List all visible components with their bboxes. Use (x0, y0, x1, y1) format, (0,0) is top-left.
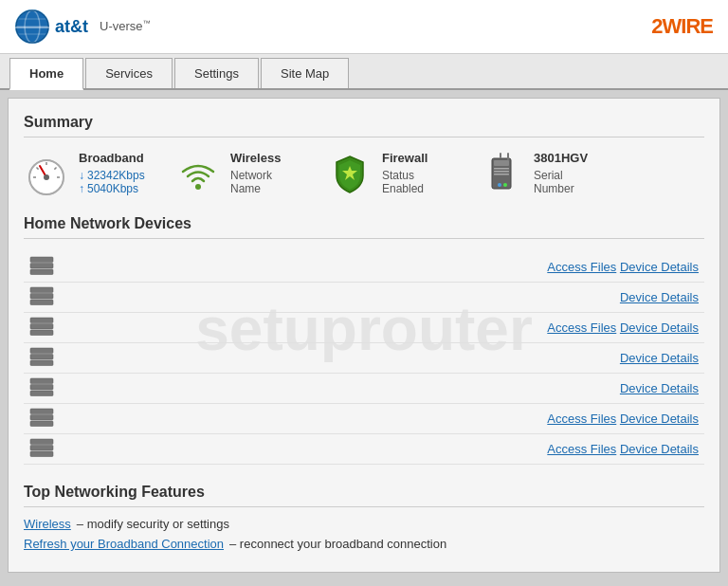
features-title: Top Networking Features (24, 484, 704, 507)
broadband-down: 32342Kbps (79, 169, 145, 182)
device-3801hgv-icon (479, 151, 524, 196)
feature-link-1[interactable]: Refresh your Broadband Connection (24, 537, 224, 551)
svg-rect-40 (30, 409, 53, 414)
summary-row: Broadband 32342Kbps 5040Kbps (24, 151, 704, 196)
firewall-title: Firewall (382, 151, 428, 165)
device-row-4: Device Details (24, 374, 704, 404)
device-details-link-0[interactable]: Device Details (620, 260, 699, 274)
svg-rect-23 (507, 153, 509, 160)
svg-rect-36 (30, 360, 53, 366)
device-row-icon-1 (24, 283, 62, 313)
device-row-icon-2 (24, 313, 62, 343)
device-details-link-5[interactable]: Device Details (620, 412, 699, 426)
svg-rect-41 (30, 415, 53, 421)
svg-rect-27 (30, 269, 53, 275)
summary-broadband: Broadband 32342Kbps 5040Kbps (24, 151, 147, 196)
svg-rect-42 (30, 421, 53, 427)
features-list: Wireless – modify security or settings R… (24, 517, 704, 551)
device-detail2: Number (534, 182, 588, 195)
svg-rect-30 (30, 300, 53, 305)
top-networking-features: Top Networking Features Wireless – modif… (24, 484, 704, 551)
access-files-link-6[interactable]: Access Files (547, 442, 616, 456)
device-detail1: Serial (534, 169, 588, 182)
feature-desc-1: – reconnect your broadband connection (229, 537, 446, 551)
device-details-link-2[interactable]: Device Details (620, 320, 699, 335)
summary-firewall: Firewall Status Enabled (327, 151, 450, 196)
svg-rect-34 (30, 348, 53, 354)
device-row-name-6 (62, 434, 116, 465)
svg-rect-17 (494, 160, 509, 166)
svg-rect-26 (30, 264, 53, 269)
svg-point-22 (503, 183, 507, 187)
svg-rect-44 (30, 446, 53, 451)
access-files-link-5[interactable]: Access Files (547, 412, 616, 426)
home-network-devices: Home Network Devices Access Files Device… (24, 215, 704, 465)
broadband-up: 5040Kbps (79, 182, 145, 195)
access-files-link-0[interactable]: Access Files (547, 260, 616, 274)
broadband-icon (24, 151, 69, 196)
broadband-title: Broadband (79, 151, 145, 165)
device-details-link-4[interactable]: Device Details (620, 381, 699, 395)
wireless-title: Wireless (230, 151, 281, 165)
device-row-links-4: Device Details (116, 374, 704, 404)
summary-wireless: Wireless Network Name (175, 151, 299, 196)
firewall-detail2: Enabled (382, 182, 428, 195)
nav-tab-settings[interactable]: Settings (174, 58, 259, 88)
devices-table: Access Files Device Details Device Detai… (24, 252, 704, 465)
device-row-links-0: Access Files Device Details (116, 252, 704, 283)
device-info: 3801HGV Serial Number (534, 151, 588, 195)
device-details-link-6[interactable]: Device Details (620, 442, 699, 456)
access-files-link-2[interactable]: Access Files (547, 320, 616, 335)
svg-rect-29 (30, 294, 53, 300)
main-content: setuprouter Summary (8, 98, 720, 573)
device-details-link-1[interactable]: Device Details (620, 290, 699, 304)
firewall-info: Firewall Status Enabled (382, 151, 428, 195)
twowire-logo: 2WIRE (651, 14, 713, 39)
device-row-3: Device Details (24, 343, 704, 374)
svg-point-14 (44, 174, 49, 180)
device-row-0: Access Files Device Details (24, 252, 704, 283)
feature-link-0[interactable]: Wireless (24, 517, 71, 531)
device-row-icon-0 (24, 252, 62, 283)
device-details-link-3[interactable]: Device Details (620, 351, 699, 365)
nav-tab-sitemap[interactable]: Site Map (261, 58, 349, 88)
device-row-links-1: Device Details (116, 283, 704, 313)
device-row-6: Access Files Device Details (24, 434, 704, 465)
svg-rect-24 (500, 153, 501, 158)
device-row-links-3: Device Details (116, 343, 704, 374)
svg-rect-45 (30, 451, 53, 457)
wireless-detail2: Name (230, 182, 281, 195)
att-brand-text: at&t (55, 17, 88, 37)
header: at&t U-verse™ 2WIRE (0, 0, 728, 54)
wireless-info: Wireless Network Name (230, 151, 281, 195)
svg-rect-25 (30, 257, 53, 263)
firewall-detail1: Status (382, 169, 428, 182)
device-title: 3801HGV (534, 151, 588, 165)
nav-tab-services[interactable]: Services (85, 58, 173, 88)
svg-rect-35 (30, 355, 53, 360)
svg-rect-20 (494, 174, 509, 175)
device-row-name-0 (62, 252, 116, 283)
device-row-links-5: Access Files Device Details (116, 404, 704, 434)
nav-bar: Home Services Settings Site Map (0, 54, 728, 90)
device-row-name-2 (62, 313, 116, 343)
home-network-title: Home Network Devices (24, 215, 704, 239)
device-row-icon-3 (24, 343, 62, 374)
nav-tab-home[interactable]: Home (9, 58, 83, 90)
svg-rect-18 (494, 168, 509, 170)
device-row-1: Device Details (24, 283, 704, 313)
device-row-5: Access Files Device Details (24, 404, 704, 434)
feature-row-1: Refresh your Broadband Connection – reco… (24, 537, 704, 551)
device-row-name-5 (62, 404, 116, 434)
feature-desc-0: – modify security or settings (77, 517, 229, 531)
device-row-icon-4 (24, 374, 62, 404)
device-row-icon-6 (24, 434, 62, 465)
device-row-2: Access Files Device Details (24, 313, 704, 343)
svg-point-15 (195, 184, 201, 190)
summary-device: 3801HGV Serial Number (479, 151, 602, 196)
svg-rect-39 (30, 391, 53, 396)
uverse-label: U-verse™ (100, 19, 151, 33)
svg-rect-32 (30, 324, 53, 330)
svg-rect-43 (30, 439, 53, 445)
att-logo: at&t U-verse™ (15, 9, 151, 44)
